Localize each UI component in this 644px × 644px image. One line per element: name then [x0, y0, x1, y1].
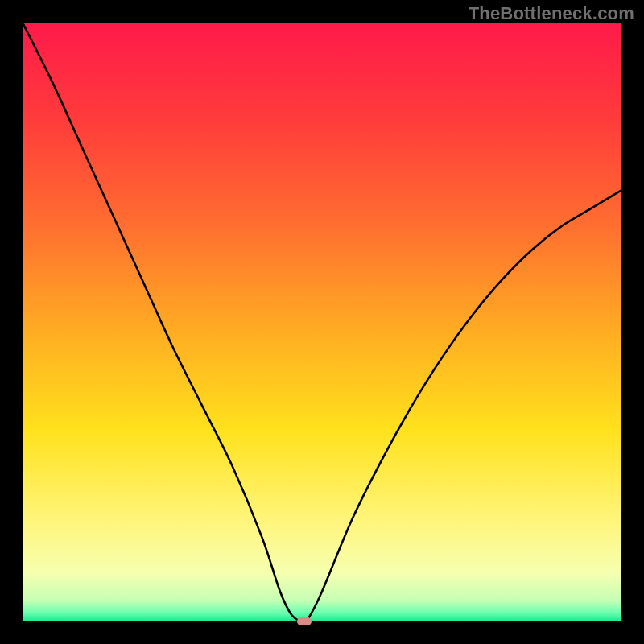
- chart-frame: TheBottleneck.com: [0, 0, 644, 644]
- bottleneck-curve: [23, 23, 621, 621]
- optimal-point-marker: [297, 617, 312, 625]
- plot-area: [23, 23, 621, 621]
- curve-layer: [23, 23, 621, 621]
- watermark-text: TheBottleneck.com: [469, 3, 634, 24]
